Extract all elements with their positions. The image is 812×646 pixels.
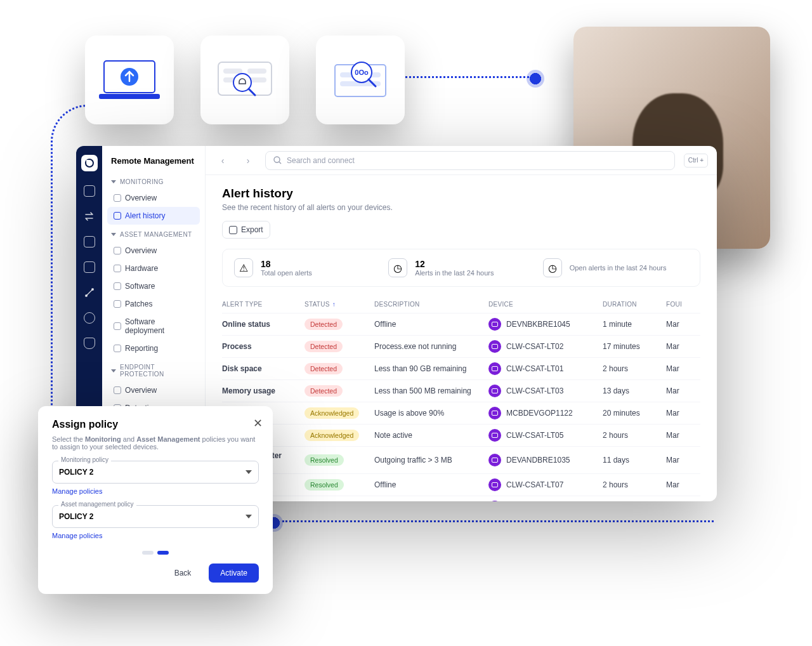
table-row[interactable]: ProcessResolvedOutgoing traffic > 1 MBDE… xyxy=(222,496,700,501)
cell-device[interactable]: MCBDEVGOP1122 xyxy=(488,407,603,419)
sidebar-item-software-deployment[interactable]: Software deployment xyxy=(102,313,205,339)
cell-status: Resolved xyxy=(304,479,374,491)
select-value: POLICY 2 xyxy=(59,468,93,477)
column-header[interactable]: ALERT TYPE xyxy=(222,301,304,308)
cell-description: Offline xyxy=(374,320,488,329)
sidebar-group-header[interactable]: ENDPOINT PROTECTION xyxy=(102,357,205,381)
device-icon xyxy=(488,340,501,353)
table-row[interactable]: Online statusDetectedOfflineDEVNBKBRE104… xyxy=(222,313,700,335)
column-header[interactable]: FOUI xyxy=(666,301,700,308)
laptop-upload-icon xyxy=(98,55,161,105)
cell-found: Mar xyxy=(666,364,700,373)
cell-alert-type: Online status xyxy=(222,320,304,329)
cell-device[interactable]: DEVANDBRE1035 xyxy=(488,454,603,466)
sidebar-group-header[interactable]: ASSET MANAGEMENT xyxy=(102,225,205,242)
manage-policies-link[interactable]: Manage policies xyxy=(52,487,259,495)
sidebar-item-icon xyxy=(114,265,121,272)
sidebar-item-patches[interactable]: Patches xyxy=(102,295,205,313)
activate-button[interactable]: Activate xyxy=(209,564,259,583)
table-row[interactable]: FirewallAcknowledgedNote activeCLW-CSAT-… xyxy=(222,424,700,446)
sidebar-item-software[interactable]: Software xyxy=(102,277,205,295)
stat-value: 12 xyxy=(415,259,494,269)
nav-back-button[interactable]: ‹ xyxy=(214,152,231,169)
sidebar-item-overview[interactable]: Overview xyxy=(102,381,205,399)
manage-policies-link[interactable]: Manage policies xyxy=(52,532,259,539)
select-value: POLICY 2 xyxy=(59,512,93,521)
sidebar-item-icon xyxy=(114,282,121,290)
rail-shield-icon[interactable] xyxy=(84,338,95,349)
table-row[interactable]: Memory usageDetectedLess than 500 MB rem… xyxy=(222,379,700,402)
status-badge: Resolved xyxy=(304,479,344,491)
close-icon[interactable]: ✕ xyxy=(253,416,263,430)
back-button[interactable]: Back xyxy=(163,564,203,583)
table-row[interactable]: Disk spaceDetectedLess than 90 GB remain… xyxy=(222,357,700,379)
cell-device[interactable]: CLW-CSAT-LT07 xyxy=(488,478,603,491)
asset-policy-field: Asset management policy POLICY 2 xyxy=(52,505,259,528)
page-title: Alert history xyxy=(222,187,700,201)
cell-device[interactable]: DEVNBKBRE1045 xyxy=(488,318,603,331)
rail-inbox-icon[interactable] xyxy=(84,261,95,273)
sidebar-group-header[interactable]: MONITORING xyxy=(102,172,205,189)
table-row[interactable]: Network adapter trafficResolvedOutgoing … xyxy=(222,446,700,473)
column-header[interactable]: STATUS↑ xyxy=(304,301,374,308)
column-header[interactable]: DEVICE xyxy=(488,301,603,308)
sidebar-item-overview[interactable]: Overview xyxy=(102,189,205,207)
chevron-down-icon xyxy=(246,470,252,474)
asset-policy-select[interactable]: POLICY 2 xyxy=(52,505,259,528)
sidebar-item-label: Patches xyxy=(125,300,152,308)
cell-description: Less than 90 GB remaining xyxy=(374,364,488,373)
table-row[interactable]: ProcessDetectedProcess.exe not runningCL… xyxy=(222,335,700,357)
stat-card: ⚠18Total open alerts xyxy=(234,258,379,277)
column-header[interactable]: DESCRIPTION xyxy=(374,301,488,308)
nav-forward-button[interactable]: › xyxy=(240,152,256,169)
table-row[interactable]: FirewallResolvedOfflineCLW-CSAT-LT072 ho… xyxy=(222,473,700,496)
chevron-down-icon xyxy=(246,515,252,518)
sidebar-item-icon xyxy=(114,322,121,330)
feature-icon-row: 0Oo xyxy=(85,36,405,124)
status-badge: Detected xyxy=(304,319,343,330)
cell-found: Mar xyxy=(666,456,700,465)
cell-found: Mar xyxy=(666,386,700,395)
connector-line-bottom xyxy=(282,520,714,522)
app-logo-icon[interactable] xyxy=(81,155,98,171)
cell-duration: 2 hours xyxy=(603,431,666,440)
device-icon xyxy=(488,362,501,375)
export-icon xyxy=(229,226,237,234)
cell-device[interactable]: CLW-CSAT-LT02 xyxy=(488,340,603,353)
rail-home-icon[interactable] xyxy=(84,185,95,197)
device-name: CLW-CSAT-LT01 xyxy=(506,364,563,373)
sidebar-item-overview[interactable]: Overview xyxy=(102,242,205,260)
cell-device[interactable]: CLW-CSAT-LT05 xyxy=(488,429,603,442)
cell-alert-type: Process xyxy=(222,342,304,351)
svg-rect-4 xyxy=(223,69,242,74)
monitoring-policy-select[interactable]: POLICY 2 xyxy=(52,461,259,484)
cell-found: Mar xyxy=(666,342,700,351)
rail-transfer-icon[interactable] xyxy=(84,211,95,222)
rail-workflow-icon[interactable] xyxy=(84,287,95,298)
sidebar-item-icon xyxy=(114,386,121,394)
sidebar-item-reporting[interactable]: Reporting xyxy=(102,339,205,357)
search-input[interactable]: Search and connect xyxy=(265,151,675,170)
cell-device[interactable]: DEVNBKBRE1042 xyxy=(488,501,603,501)
stat-card: ◷Open alerts in the last 24 hours xyxy=(543,258,688,277)
sidebar-item-alert-history[interactable]: Alert history xyxy=(107,207,200,225)
step-dot xyxy=(142,551,154,555)
table-row[interactable]: CPU usageAcknowledgedUsage is above 90%M… xyxy=(222,402,700,424)
cell-status: Acknowledged xyxy=(304,407,374,419)
page-content: Alert history See the recent history of … xyxy=(206,175,717,501)
device-icon xyxy=(488,501,501,501)
cell-device[interactable]: CLW-CSAT-LT01 xyxy=(488,362,603,375)
assign-policy-modal: Assign policy ✕ Select the Monitoring an… xyxy=(38,406,273,594)
rail-devices-icon[interactable] xyxy=(84,236,95,247)
cell-device[interactable]: CLW-CSAT-LT03 xyxy=(488,385,603,397)
column-header[interactable]: DURATION xyxy=(603,301,666,308)
rail-support-icon[interactable] xyxy=(84,312,95,324)
cell-duration: 11 days xyxy=(603,456,666,465)
export-button[interactable]: Export xyxy=(222,221,270,239)
sidebar-item-hardware[interactable]: Hardware xyxy=(102,260,205,277)
cell-description: Note active xyxy=(374,431,488,440)
device-icon xyxy=(488,478,501,491)
field-label: Monitoring policy xyxy=(58,456,111,463)
device-name: CLW-CSAT-LT03 xyxy=(506,386,563,395)
stat-value: 18 xyxy=(261,259,312,269)
